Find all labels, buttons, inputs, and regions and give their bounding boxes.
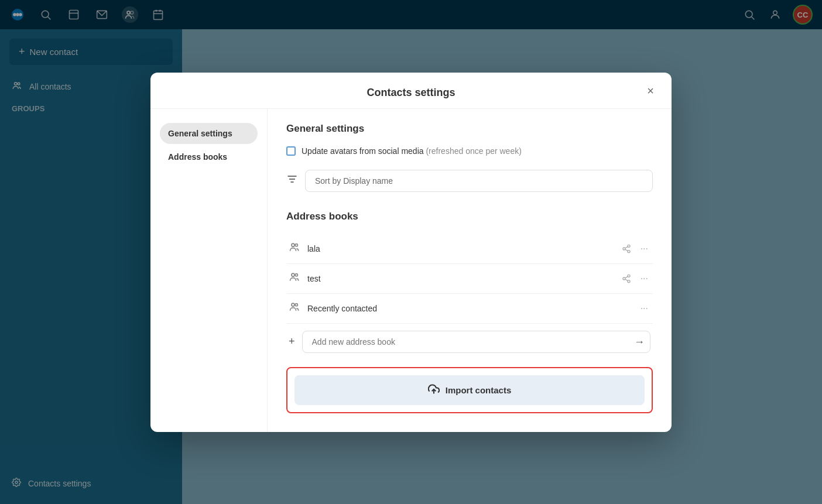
modal-overlay[interactable]: Contacts settings × General settings Add… [0, 0, 822, 504]
update-avatars-checkbox[interactable] [286, 146, 296, 156]
svg-point-28 [628, 250, 630, 252]
modal-body: General settings Address books General s… [150, 109, 672, 432]
add-ab-arrow-icon[interactable]: → [634, 335, 645, 348]
svg-point-32 [295, 274, 297, 276]
svg-line-37 [625, 276, 628, 278]
svg-point-27 [623, 248, 625, 250]
tab-general-settings[interactable]: General settings [160, 123, 258, 144]
svg-point-25 [295, 244, 297, 246]
modal-close-button[interactable]: × [641, 82, 660, 101]
svg-point-33 [628, 275, 630, 277]
update-avatars-label: Update avatars from social media (refres… [302, 146, 522, 156]
ab-actions-lala: ··· [619, 241, 650, 256]
import-contacts-label: Import contacts [446, 385, 512, 395]
address-book-item-test: test ··· [286, 264, 653, 294]
ab-actions-recently: ··· [638, 301, 650, 316]
import-contacts-wrapper: Import contacts [286, 367, 653, 413]
address-book-name-3: Recently contacted [307, 304, 631, 313]
svg-point-38 [292, 303, 294, 306]
svg-point-24 [292, 244, 294, 246]
modal-content: General settings Update avatars from soc… [268, 109, 672, 432]
sort-row: Sort by Display name Sort by First name … [286, 170, 653, 192]
import-contacts-button[interactable]: Import contacts [294, 375, 645, 405]
add-address-book-input[interactable] [302, 331, 650, 353]
svg-point-34 [623, 277, 625, 280]
svg-line-29 [625, 249, 628, 251]
sort-icon [286, 173, 298, 188]
svg-point-31 [292, 273, 294, 276]
modal-title: Contacts settings [367, 87, 455, 98]
share-button-test[interactable] [619, 272, 633, 286]
add-ab-input-wrapper: → [302, 331, 650, 353]
upload-icon [428, 383, 440, 397]
share-button-lala[interactable] [619, 242, 633, 256]
address-book-item-recently: Recently contacted ··· [286, 294, 653, 324]
add-address-book-row: + → [286, 326, 653, 358]
ab-actions-test: ··· [619, 271, 650, 286]
more-button-lala[interactable]: ··· [638, 241, 650, 256]
modal-header: Contacts settings × [150, 73, 672, 109]
add-plus-icon: + [289, 335, 295, 348]
more-button-recently[interactable]: ··· [638, 301, 650, 316]
address-book-icon-2 [289, 271, 300, 286]
address-book-item-lala: lala ··· [286, 234, 653, 264]
general-settings-section: General settings Update avatars from soc… [286, 123, 653, 192]
tab-address-books[interactable]: Address books [160, 146, 258, 167]
svg-point-39 [295, 304, 297, 306]
contacts-settings-modal: Contacts settings × General settings Add… [150, 73, 672, 432]
modal-tabs: General settings Address books [150, 109, 268, 432]
address-book-icon [289, 241, 300, 256]
address-book-icon-3 [289, 301, 300, 316]
address-book-name: lala [307, 244, 612, 253]
svg-point-35 [628, 280, 630, 282]
svg-line-30 [625, 246, 628, 248]
update-avatars-row: Update avatars from social media (refres… [286, 146, 653, 156]
sort-select[interactable]: Sort by Display name Sort by First name … [305, 170, 653, 192]
svg-line-36 [625, 279, 628, 281]
svg-point-26 [628, 245, 630, 247]
address-book-name-2: test [307, 274, 612, 283]
address-books-section: Address books lala ··· [286, 211, 653, 413]
general-settings-title: General settings [286, 123, 653, 135]
more-button-test[interactable]: ··· [638, 271, 650, 286]
address-books-title: Address books [286, 211, 653, 222]
